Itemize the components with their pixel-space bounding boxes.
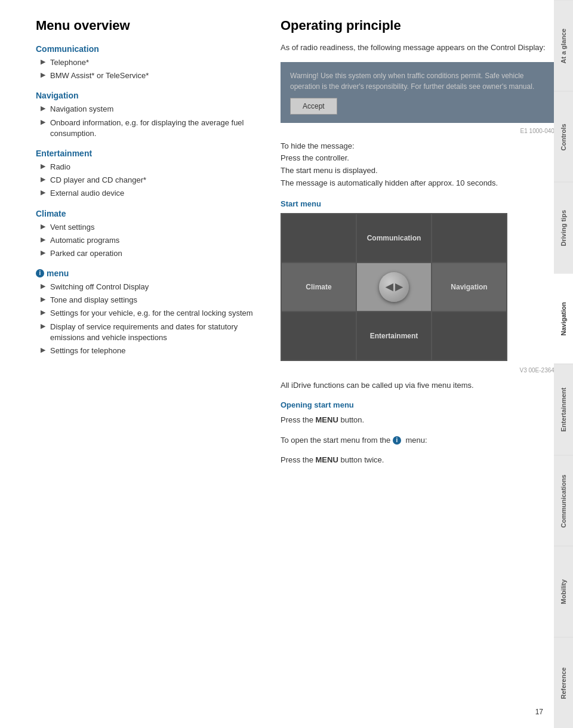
navigation-label: Navigation (451, 283, 487, 291)
list-item: ▶ CD player and CD changer* (36, 175, 263, 186)
section-imenu: i menu (36, 269, 263, 278)
list-item: ▶ Vent settings (36, 222, 263, 233)
arrow-icon: ▶ (41, 118, 45, 126)
arrow-icon: ▶ (41, 71, 45, 79)
list-item: ▶ Telephone* (36, 57, 263, 68)
item-label: BMW Assist* or TeleService* (50, 70, 149, 81)
warning-box: Warning! Use this system only when traff… (281, 62, 561, 123)
menu-inst-3-prefix: Press the (281, 455, 316, 464)
list-item: ▶ Navigation system (36, 104, 263, 115)
item-label: Tone and display settings (50, 295, 137, 306)
arrow-icon: ▶ (41, 249, 45, 257)
diagram-cell-climate: Climate (282, 263, 356, 311)
menu-inst-1-prefix: Press the (281, 415, 316, 424)
hide-message-label: To hide the message: (281, 140, 561, 153)
start-menu-diagram: Communication Climate ◀ ▶ Navigation (281, 213, 507, 361)
item-label: Radio (50, 162, 70, 172)
arrow-icon: ▶ (41, 295, 45, 303)
list-item: ▶ Switching off Control Display (36, 282, 263, 292)
arrow-icon: ▶ (41, 175, 45, 183)
accept-button[interactable]: Accept (290, 98, 337, 115)
list-item: ▶ Parked car operation (36, 248, 263, 259)
item-label: Telephone* (50, 57, 89, 68)
arrow-icon: ▶ (41, 189, 45, 196)
item-label: Display of service requirements and date… (50, 322, 263, 343)
menu-instruction-2: To open the start menu from the i menu: (281, 434, 561, 446)
list-item: ▶ External audio device (36, 188, 263, 199)
menu-instruction-3: Press the MENU button twice. (281, 454, 561, 466)
intro-text: As of radio readiness, the following mes… (281, 42, 561, 54)
menu-instruction-1: Press the MENU button. (281, 414, 561, 426)
menu-button-label-2: MENU (316, 455, 338, 464)
arrow-icon: ▶ (41, 322, 45, 330)
center-knob: ◀ ▶ (379, 272, 409, 302)
warning-text: Warning! Use this system only when traff… (290, 72, 534, 91)
tab-bar: At a glance Controls Driving tips Naviga… (554, 0, 573, 728)
item-label: Parked car operation (50, 248, 122, 259)
climate-label: Climate (306, 283, 331, 291)
menu-inst-3-suffix: button twice. (338, 455, 384, 464)
diagram-cell-bottom-right (432, 312, 506, 360)
list-item: ▶ Settings for your vehicle, e.g. for th… (36, 308, 263, 319)
section-climate: Climate (36, 209, 263, 218)
arrow-icon: ▶ (41, 236, 45, 243)
tab-reference[interactable]: Reference (554, 637, 573, 729)
tab-entertainment[interactable]: Entertainment (554, 364, 573, 455)
item-label: Settings for your vehicle, e.g. for the … (50, 308, 253, 319)
page-title: Menu overview (36, 18, 263, 33)
list-item: ▶ Automatic programs (36, 235, 263, 246)
item-label: External audio device (50, 188, 124, 199)
diagram-cell-communication: Communication (357, 214, 431, 262)
diagram-cell-top-left (282, 214, 356, 262)
arrow-icon: ▶ (41, 309, 45, 316)
list-item: ▶ Settings for telephone (36, 346, 263, 356)
item-label: CD player and CD changer* (50, 175, 146, 186)
arrow-icon: ▶ (41, 346, 45, 354)
menu-inst-1-suffix: button. (338, 415, 364, 424)
list-item: ▶ Radio (36, 162, 263, 172)
item-label: Onboard information, e.g. for displaying… (50, 118, 263, 139)
diagram-caption: V3 00E-23645h (281, 367, 561, 374)
idrive-description: All iDrive functions can be called up vi… (281, 380, 561, 391)
item-label: Switching off Control Display (50, 282, 149, 292)
diagram-cell-entertainment: Entertainment (357, 312, 431, 360)
inline-info-icon: i (393, 436, 401, 445)
section-entertainment: Entertainment (36, 149, 263, 158)
entertainment-label: Entertainment (370, 332, 418, 340)
warning-caption: E1 1000-040n1 (281, 128, 561, 134)
menu-button-label-1: MENU (316, 415, 338, 424)
tab-communications[interactable]: Communications (554, 455, 573, 547)
tab-controls[interactable]: Controls (554, 91, 573, 183)
instruction-2: The start menu is displayed. (281, 165, 561, 177)
start-menu-heading: Start menu (281, 199, 561, 208)
diagram-cell-center: ◀ ▶ (357, 263, 431, 311)
hide-message-block: To hide the message: Press the controlle… (281, 140, 561, 190)
menu-inst-2-prefix: To open the start menu from the (281, 436, 393, 445)
instruction-1: Press the controller. (281, 152, 561, 165)
arrow-icon: ▶ (41, 104, 45, 112)
list-item: ▶ Display of service requirements and da… (36, 322, 263, 343)
page-number: 17 (535, 708, 543, 716)
opening-start-menu-heading: Opening start menu (281, 400, 561, 409)
section-communication: Communication (36, 44, 263, 54)
imenu-heading: menu (47, 269, 69, 278)
arrow-icon: ▶ (41, 282, 45, 290)
list-item: ▶ BMW Assist* or TeleService* (36, 70, 263, 81)
tab-mobility[interactable]: Mobility (554, 546, 573, 637)
section-navigation: Navigation (36, 91, 263, 100)
tab-navigation[interactable]: Navigation (554, 273, 573, 365)
diagram-cell-bottom-left (282, 312, 356, 360)
instruction-3: The message is automatically hidden afte… (281, 177, 561, 190)
tab-driving-tips[interactable]: Driving tips (554, 182, 573, 273)
diagram-grid: Communication Climate ◀ ▶ Navigation (281, 213, 507, 361)
arrow-icon: ▶ (41, 58, 45, 66)
list-item: ▶ Tone and display settings (36, 295, 263, 306)
menu-inst-2-suffix: menu: (403, 436, 427, 445)
knob-icon: ◀ ▶ (386, 281, 402, 292)
item-label: Settings for telephone (50, 346, 125, 356)
arrow-icon: ▶ (41, 162, 45, 170)
item-label: Vent settings (50, 222, 94, 233)
arrow-icon: ▶ (41, 223, 45, 230)
tab-at-a-glance[interactable]: At a glance (554, 0, 573, 91)
info-icon: i (36, 269, 44, 277)
